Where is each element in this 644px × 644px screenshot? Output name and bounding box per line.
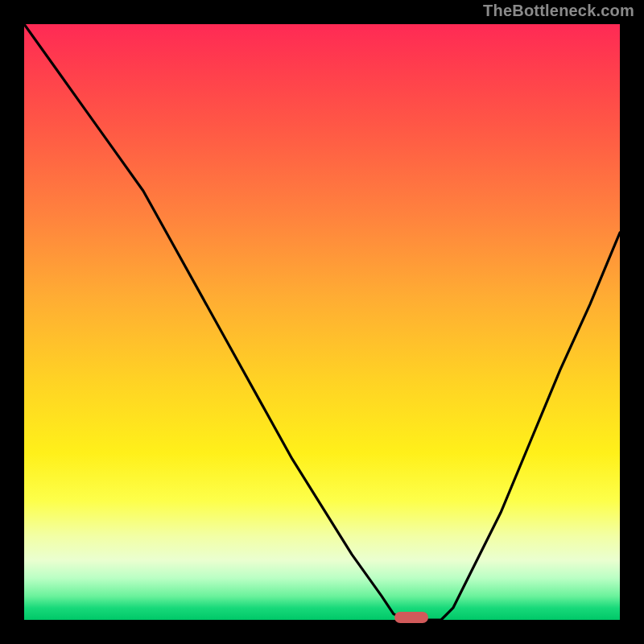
chart-frame: TheBottleneck.com	[0, 0, 644, 644]
plot-area	[24, 24, 620, 620]
bottleneck-curve	[24, 24, 620, 620]
optimal-marker	[394, 612, 428, 623]
watermark-text: TheBottleneck.com	[483, 2, 634, 20]
